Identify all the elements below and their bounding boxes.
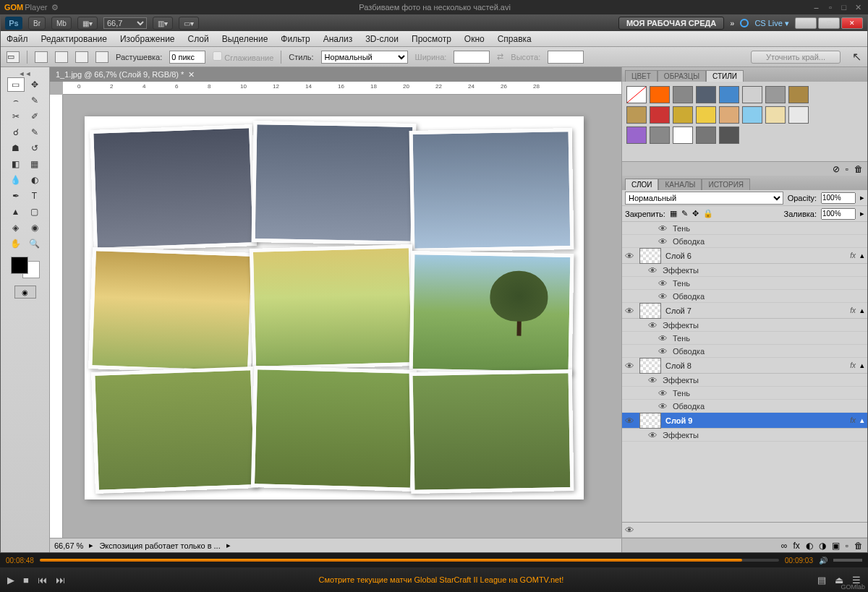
- mask-icon[interactable]: ◐: [806, 541, 813, 551]
- zoom-select[interactable]: 66,7: [103, 17, 147, 29]
- gradient-tool[interactable]: ▦: [26, 157, 43, 171]
- tab-styles[interactable]: СТИЛИ: [706, 70, 744, 82]
- effect-row[interactable]: 👁Тень: [622, 387, 867, 400]
- effect-row[interactable]: 👁Обводка: [622, 345, 867, 358]
- menu-select[interactable]: Выделение: [222, 34, 268, 44]
- volume-bar[interactable]: [833, 559, 862, 562]
- crop-tool[interactable]: ✂: [7, 109, 25, 124]
- lock-transparency-icon[interactable]: ▦: [670, 209, 677, 218]
- move-tool[interactable]: ✥: [26, 77, 43, 92]
- zoom-tool[interactable]: 🔍: [26, 236, 43, 251]
- effect-row[interactable]: 👁Обводка: [622, 400, 867, 413]
- status-zoom[interactable]: 66,67 %: [54, 541, 83, 550]
- menu-layer[interactable]: Слой: [188, 34, 209, 44]
- shape-tool[interactable]: ▢: [26, 205, 43, 219]
- type-tool[interactable]: T: [26, 189, 43, 203]
- selection-subtract-icon[interactable]: [75, 51, 88, 63]
- canvas[interactable]: [85, 116, 584, 499]
- opacity-input[interactable]: [821, 192, 856, 204]
- visibility-icon[interactable]: 👁: [625, 306, 635, 316]
- style-swatch[interactable]: [650, 86, 670, 103]
- style-swatch[interactable]: [696, 126, 716, 144]
- style-swatch[interactable]: [765, 86, 786, 103]
- maximize-icon[interactable]: □: [838, 3, 850, 12]
- style-none[interactable]: [626, 86, 647, 103]
- style-select[interactable]: Нормальный: [321, 51, 408, 64]
- effect-row[interactable]: 👁Тень: [622, 277, 867, 290]
- group-icon[interactable]: ▣: [832, 541, 840, 551]
- style-swatch[interactable]: [719, 86, 739, 103]
- lock-pixels-icon[interactable]: ✎: [681, 209, 688, 218]
- fx-icon[interactable]: fx: [793, 541, 799, 551]
- next-icon[interactable]: ⏭: [56, 575, 65, 585]
- style-swatch[interactable]: [673, 106, 693, 124]
- color-swatch[interactable]: [11, 257, 40, 278]
- layer-thumbnail[interactable]: [639, 248, 661, 264]
- fill-input[interactable]: [821, 208, 856, 220]
- workspace-button[interactable]: МОЯ РАБОЧАЯ СРЕДА: [618, 17, 724, 30]
- style-swatch[interactable]: [742, 106, 762, 124]
- new-style-icon[interactable]: ▫: [846, 164, 848, 174]
- delete-style-icon[interactable]: 🗑: [854, 164, 863, 174]
- eraser-tool[interactable]: ◧: [7, 157, 25, 171]
- effect-row[interactable]: 👁Обводка: [622, 290, 867, 303]
- playlist-icon[interactable]: ▤: [817, 575, 826, 585]
- blur-tool[interactable]: 💧: [7, 173, 25, 187]
- close-icon[interactable]: ✕: [852, 3, 864, 12]
- visibility-icon[interactable]: 👁: [625, 525, 635, 535]
- style-swatch[interactable]: [696, 86, 716, 103]
- quickmask-button[interactable]: ◉: [14, 286, 36, 299]
- screen-mode-icon[interactable]: ▭▾: [179, 17, 199, 30]
- ps-maximize-button[interactable]: □: [818, 17, 840, 29]
- menu-filter[interactable]: Фильтр: [281, 34, 310, 44]
- style-swatch[interactable]: [650, 126, 670, 144]
- layer-thumbnail[interactable]: [639, 413, 661, 429]
- menu-3d[interactable]: 3D-слои: [365, 34, 399, 44]
- effects-row[interactable]: 👁Эффекты: [622, 264, 867, 277]
- minibridge-button[interactable]: Mb: [51, 17, 72, 30]
- 3d-camera-tool[interactable]: ◉: [26, 220, 43, 235]
- path-select-tool[interactable]: ▲: [7, 205, 25, 219]
- marquee-preset-icon[interactable]: ▭: [7, 51, 20, 63]
- bridge-button[interactable]: Br: [28, 17, 46, 30]
- style-swatch[interactable]: [650, 106, 670, 124]
- document-tab[interactable]: 1_1.jpg @ 66,7% (Слой 9, RGB/8) *✕: [50, 67, 621, 82]
- visibility-icon[interactable]: 👁: [625, 416, 635, 426]
- menu-help[interactable]: Справка: [498, 34, 532, 44]
- effects-row[interactable]: 👁Эффекты: [622, 429, 867, 442]
- effect-row[interactable]: 👁Тень: [622, 222, 867, 235]
- style-swatch[interactable]: [788, 86, 809, 103]
- play-icon[interactable]: ▶: [7, 575, 14, 585]
- blend-mode-select[interactable]: Нормальный: [625, 192, 783, 205]
- effect-row[interactable]: 👁Тень: [622, 332, 867, 345]
- marquee-tool[interactable]: ▭: [7, 77, 25, 92]
- seek-bar[interactable]: [40, 559, 779, 562]
- style-swatch[interactable]: [719, 126, 739, 144]
- tab-history[interactable]: ИСТОРИЯ: [702, 179, 750, 190]
- selection-intersect-icon[interactable]: [95, 51, 109, 63]
- gear-icon[interactable]: ⚙: [51, 3, 59, 12]
- feather-input[interactable]: [169, 51, 205, 64]
- effects-row[interactable]: 👁Эффекты: [622, 319, 867, 332]
- menu-window[interactable]: Окно: [464, 34, 485, 44]
- style-swatch[interactable]: [626, 106, 647, 124]
- more-icon[interactable]: »: [730, 19, 734, 27]
- link-icon[interactable]: ∞: [781, 541, 788, 551]
- effects-row[interactable]: 👁Эффекты: [622, 374, 867, 387]
- selection-new-icon[interactable]: [35, 51, 48, 63]
- delete-layer-icon[interactable]: 🗑: [854, 541, 863, 551]
- tab-layers[interactable]: СЛОИ: [625, 179, 658, 190]
- minimize-icon[interactable]: ‒: [811, 3, 822, 12]
- style-swatch[interactable]: [742, 86, 762, 103]
- stamp-tool[interactable]: ☗: [7, 141, 25, 155]
- collapse-icon[interactable]: ◄◄: [19, 70, 32, 77]
- stop-icon[interactable]: ■: [23, 575, 29, 585]
- menu-edit[interactable]: Редактирование: [41, 34, 107, 44]
- tab-close-icon[interactable]: ✕: [188, 70, 195, 80]
- ps-close-button[interactable]: ✕: [841, 17, 863, 29]
- 3d-tool[interactable]: ◈: [7, 220, 25, 235]
- cslive-button[interactable]: CS Live ▾: [754, 19, 789, 28]
- menu-image[interactable]: Изображение: [120, 34, 175, 44]
- selection-add-icon[interactable]: [55, 51, 68, 63]
- restore-icon[interactable]: ▫: [825, 3, 836, 12]
